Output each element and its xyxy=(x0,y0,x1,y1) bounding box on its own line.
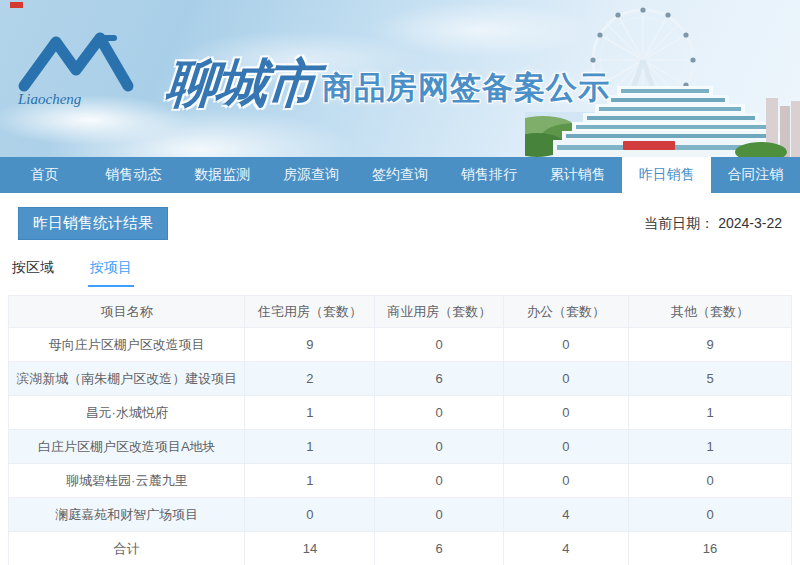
current-date: 当前日期：2024-3-22 xyxy=(644,215,782,233)
col-header-residential: 住宅用房（套数） xyxy=(245,296,375,328)
nav-item-home[interactable]: 首页 xyxy=(0,157,89,193)
nav-item-total-sales[interactable]: 累计销售 xyxy=(533,157,622,193)
col-header-commercial: 商业用房（套数） xyxy=(375,296,503,328)
project-name-cell: 聊城碧桂园·云麓九里 xyxy=(9,464,245,498)
value-cell: 0 xyxy=(375,430,503,464)
value-cell: 1 xyxy=(629,396,792,430)
project-name-cell: 澜庭嘉苑和财智广场项目 xyxy=(9,498,245,532)
value-cell: 4 xyxy=(503,498,628,532)
nav-item-contract-query[interactable]: 签约查询 xyxy=(356,157,445,193)
value-cell: 0 xyxy=(503,328,628,362)
site-brand: Liaocheng 聊城市 商品房网签备案公示 xyxy=(16,24,610,109)
project-name-cell: 滨湖新城（南朱棚户区改造）建设项目 xyxy=(9,362,245,396)
view-tabs: 按区域 按项目 xyxy=(10,255,782,287)
table-row: 滨湖新城（南朱棚户区改造）建设项目 2 6 0 5 xyxy=(9,362,792,396)
nav-item-listing-query[interactable]: 房源查询 xyxy=(267,157,356,193)
site-title-calligraphy: 聊城市 xyxy=(164,57,318,109)
value-cell: 9 xyxy=(245,328,375,362)
value-cell: 6 xyxy=(375,532,503,565)
value-cell: 0 xyxy=(629,464,792,498)
site-header-banner: Liaocheng 聊城市 商品房网签备案公示 xyxy=(0,0,800,157)
value-cell: 0 xyxy=(375,498,503,532)
table-row: 澜庭嘉苑和财智广场项目 0 0 4 0 xyxy=(9,498,792,532)
value-cell: 0 xyxy=(503,396,628,430)
current-date-label: 当前日期： xyxy=(644,215,714,231)
project-name-cell: 白庄片区棚户区改造项目A地块 xyxy=(9,430,245,464)
nav-item-yesterday-sales[interactable]: 昨日销售 xyxy=(622,157,711,193)
value-cell: 0 xyxy=(245,498,375,532)
value-cell: 0 xyxy=(629,498,792,532)
tab-by-project[interactable]: 按项目 xyxy=(88,255,134,287)
value-cell: 1 xyxy=(245,396,375,430)
value-cell: 0 xyxy=(375,328,503,362)
main-nav: 首页 销售动态 数据监测 房源查询 签约查询 销售排行 累计销售 昨日销售 合同… xyxy=(0,157,800,193)
table-row: 聊城碧桂园·云麓九里 1 0 0 0 xyxy=(9,464,792,498)
value-cell: 0 xyxy=(375,464,503,498)
value-cell: 6 xyxy=(375,362,503,396)
section-head: 昨日销售统计结果 当前日期：2024-3-22 xyxy=(18,207,782,240)
value-cell: 0 xyxy=(503,362,628,396)
value-cell: 5 xyxy=(629,362,792,396)
value-cell: 9 xyxy=(629,328,792,362)
nav-item-sales-dynamics[interactable]: 销售动态 xyxy=(89,157,178,193)
sales-table: 项目名称 住宅用房（套数） 商业用房（套数） 办公（套数） 其他（套数） 母向庄… xyxy=(8,295,792,565)
value-cell: 1 xyxy=(245,464,375,498)
value-cell: 4 xyxy=(503,532,628,565)
value-cell: 14 xyxy=(245,532,375,565)
table-total-row: 合计 14 6 4 16 xyxy=(9,532,792,565)
nav-item-sales-ranking[interactable]: 销售排行 xyxy=(444,157,533,193)
value-cell: 16 xyxy=(629,532,792,565)
red-marker-icon xyxy=(10,2,23,8)
table-header-row: 项目名称 住宅用房（套数） 商业用房（套数） 办公（套数） 其他（套数） xyxy=(9,296,792,328)
table-row: 昌元·水城悦府 1 0 0 1 xyxy=(9,396,792,430)
project-name-cell: 昌元·水城悦府 xyxy=(9,396,245,430)
value-cell: 2 xyxy=(245,362,375,396)
value-cell: 0 xyxy=(375,396,503,430)
nav-item-data-monitor[interactable]: 数据监测 xyxy=(178,157,267,193)
table-row: 白庄片区棚户区改造项目A地块 1 0 0 1 xyxy=(9,430,792,464)
table-row: 母向庄片区棚户区改造项目 9 0 0 9 xyxy=(9,328,792,362)
value-cell: 1 xyxy=(629,430,792,464)
section-title-badge: 昨日销售统计结果 xyxy=(18,207,168,240)
site-title: 商品房网签备案公示 xyxy=(322,72,610,103)
nav-item-contract-cancel[interactable]: 合同注销 xyxy=(711,157,800,193)
tab-by-region[interactable]: 按区域 xyxy=(10,255,56,287)
current-date-value: 2024-3-22 xyxy=(718,215,782,231)
project-name-cell: 母向庄片区棚户区改造项目 xyxy=(9,328,245,362)
value-cell: 1 xyxy=(245,430,375,464)
col-header-other: 其他（套数） xyxy=(629,296,792,328)
col-header-project-name: 项目名称 xyxy=(9,296,245,328)
col-header-office: 办公（套数） xyxy=(503,296,628,328)
value-cell: 0 xyxy=(503,464,628,498)
total-label-cell: 合计 xyxy=(9,532,245,565)
logo-script-text: Liaocheng xyxy=(17,91,82,107)
value-cell: 0 xyxy=(503,430,628,464)
liaocheng-logo-icon: Liaocheng xyxy=(16,24,166,109)
